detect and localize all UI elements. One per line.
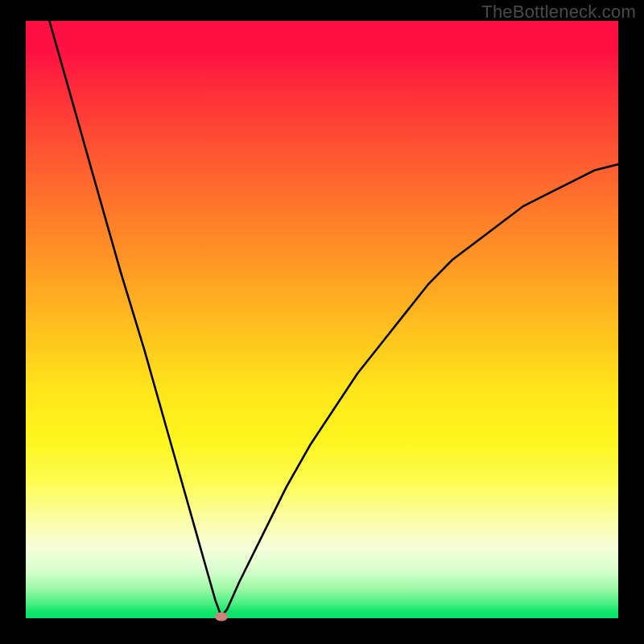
plot-area: [26, 21, 618, 618]
chart-frame: TheBottleneck.com: [0, 0, 644, 644]
min-marker: [215, 612, 228, 621]
watermark-text: TheBottleneck.com: [481, 2, 636, 23]
curve-line: [26, 21, 618, 618]
